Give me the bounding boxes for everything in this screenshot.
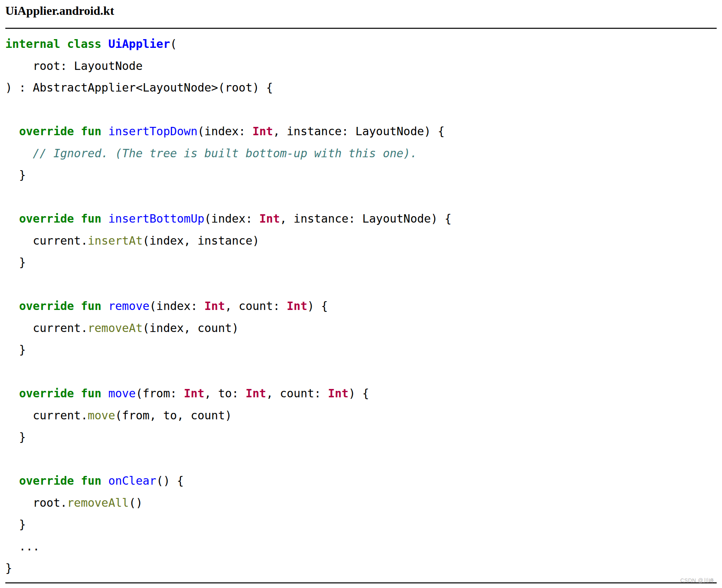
code-token-plain: (from:	[136, 387, 184, 400]
code-token-plain: , instance: LayoutNode) {	[273, 125, 445, 138]
code-token-plain	[74, 387, 81, 400]
code-token-type: Int	[204, 299, 225, 313]
code-token-type: Int	[184, 387, 204, 400]
code-token-plain	[101, 387, 108, 400]
code-token-method: removeAt	[88, 321, 143, 335]
code-token-plain	[101, 37, 108, 51]
code-token-plain: ) : AbstractApplier<LayoutNode>(root) {	[5, 81, 273, 94]
code-token-keyword: override	[19, 299, 74, 313]
csdn-watermark: CSDN @川峰	[680, 577, 714, 584]
code-token-function: remove	[108, 299, 149, 313]
code-token-plain: }	[5, 168, 26, 182]
code-token-plain	[5, 212, 19, 225]
code-token-keyword: fun	[81, 212, 101, 225]
code-token-method: move	[88, 409, 115, 422]
code-token-plain: (index:	[198, 125, 253, 138]
code-token-plain	[5, 387, 19, 400]
code-token-plain: ()	[129, 496, 142, 509]
code-file-title: UiApplier.android.kt	[5, 0, 717, 17]
code-line: override fun onClear() {	[5, 470, 717, 492]
code-token-plain	[101, 125, 108, 138]
code-token-keyword: class	[67, 37, 101, 51]
code-line: current.insertAt(index, instance)	[5, 230, 717, 252]
code-token-plain: ...	[5, 540, 40, 553]
top-divider	[5, 28, 717, 29]
code-line: current.removeAt(index, count)	[5, 317, 717, 339]
code-token-plain	[60, 37, 67, 51]
code-block: internal class UiApplier( root: LayoutNo…	[5, 33, 717, 579]
code-token-plain: ) {	[348, 387, 369, 400]
code-token-plain: (index, count)	[142, 321, 239, 335]
code-token-method: removeAll	[67, 496, 129, 509]
code-token-plain: current.	[5, 234, 88, 247]
code-token-plain: () {	[156, 474, 184, 487]
code-token-keyword: fun	[81, 299, 101, 313]
code-token-plain: , to:	[204, 387, 245, 400]
code-line: }	[5, 557, 717, 579]
code-token-plain: }	[5, 343, 26, 356]
code-token-plain	[101, 299, 108, 313]
code-token-plain: current.	[5, 409, 88, 422]
code-token-type: Int	[252, 125, 273, 138]
code-token-plain: current.	[5, 321, 88, 335]
code-token-plain	[74, 299, 81, 313]
code-line: root.removeAll()	[5, 492, 717, 514]
code-token-plain	[101, 474, 108, 487]
article-page: UiApplier.android.kt internal class UiAp…	[0, 0, 722, 583]
code-token-keyword: fun	[81, 125, 101, 138]
code-line	[5, 361, 717, 383]
code-token-type: Int	[287, 299, 307, 313]
code-token-plain: root: LayoutNode	[5, 59, 142, 73]
code-token-function: onClear	[108, 474, 156, 487]
code-line: }	[5, 251, 717, 273]
code-token-keyword: internal	[5, 37, 60, 51]
code-line	[5, 273, 717, 296]
bottom-divider	[5, 582, 717, 583]
code-token-type: Int	[245, 387, 266, 400]
code-token-class_name: UiApplier	[108, 37, 170, 51]
code-token-plain	[5, 125, 19, 138]
code-token-plain	[5, 299, 19, 313]
code-line: current.move(from, to, count)	[5, 405, 717, 427]
code-line: }	[5, 514, 717, 536]
code-line: override fun move(from: Int, to: Int, co…	[5, 383, 717, 405]
code-token-plain	[74, 474, 81, 487]
code-token-plain: (index:	[204, 212, 260, 225]
code-line: }	[5, 164, 717, 186]
code-line: }	[5, 426, 717, 448]
code-token-function: insertBottomUp	[108, 212, 204, 225]
code-line: ) : AbstractApplier<LayoutNode>(root) {	[5, 77, 717, 99]
code-token-plain: }	[5, 430, 26, 444]
code-token-method: insertAt	[88, 234, 143, 247]
code-token-keyword: override	[19, 387, 74, 400]
code-token-type: Int	[328, 387, 348, 400]
code-line	[5, 186, 717, 208]
code-line: }	[5, 339, 717, 361]
code-line: // Ignored. (The tree is built bottom-up…	[5, 142, 717, 164]
code-line	[5, 99, 717, 121]
code-line: internal class UiApplier(	[5, 33, 717, 55]
code-token-plain	[5, 474, 19, 487]
code-token-plain	[74, 125, 81, 138]
code-token-keyword: override	[19, 212, 74, 225]
code-line: ...	[5, 536, 717, 558]
code-token-plain: , instance: LayoutNode) {	[280, 212, 452, 225]
code-token-plain: }	[5, 518, 26, 531]
code-line: root: LayoutNode	[5, 55, 717, 77]
code-line: override fun remove(index: Int, count: I…	[5, 295, 717, 317]
code-line	[5, 448, 717, 470]
code-token-comment: // Ignored. (The tree is built bottom-up…	[5, 147, 417, 160]
code-token-plain	[101, 212, 108, 225]
code-token-type: Int	[259, 212, 280, 225]
code-line: override fun insertTopDown(index: Int, i…	[5, 120, 717, 142]
code-token-plain: root.	[5, 496, 67, 509]
code-token-plain: (index:	[149, 299, 204, 313]
code-token-keyword: override	[19, 474, 74, 487]
code-token-plain: (	[170, 37, 177, 51]
code-token-function: insertTopDown	[108, 125, 198, 138]
code-token-plain: ) {	[307, 299, 328, 313]
code-token-function: move	[108, 387, 136, 400]
code-token-plain: }	[5, 256, 26, 269]
code-token-plain: , count:	[266, 387, 328, 400]
code-token-plain	[74, 212, 81, 225]
